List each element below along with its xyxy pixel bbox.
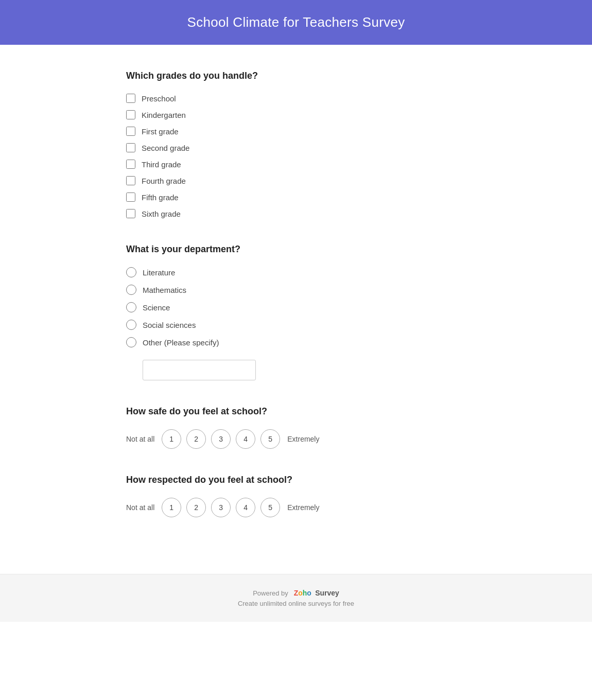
- list-item[interactable]: Fourth grade: [126, 176, 466, 185]
- safety-rating-row: Not at all 1 2 3 4 5 Extremely: [126, 429, 466, 449]
- safety-rating-3[interactable]: 3: [211, 429, 231, 449]
- checkbox-label-sixth-grade: Sixth grade: [142, 209, 181, 218]
- question-respected: How respected do you feel at school? Not…: [126, 475, 466, 517]
- other-specify-input[interactable]: [143, 360, 256, 380]
- list-item[interactable]: Sixth grade: [126, 209, 466, 218]
- checkbox-preschool[interactable]: [126, 94, 135, 103]
- zoho-letter-z: Z: [294, 589, 299, 597]
- respected-rating-4[interactable]: 4: [236, 498, 255, 517]
- checkbox-label-first-grade: First grade: [142, 127, 179, 136]
- respected-rating-5[interactable]: 5: [260, 498, 280, 517]
- checkbox-label-fifth-grade: Fifth grade: [142, 193, 179, 202]
- list-item[interactable]: Fifth grade: [126, 192, 466, 202]
- list-item[interactable]: Science: [126, 302, 466, 312]
- list-item[interactable]: Kindergarten: [126, 110, 466, 119]
- radio-label-other: Other (Please specify): [143, 338, 219, 347]
- checkbox-first-grade[interactable]: [126, 127, 135, 136]
- checkbox-second-grade[interactable]: [126, 143, 135, 152]
- checkbox-sixth-grade[interactable]: [126, 209, 135, 218]
- powered-by-text: Powered by: [253, 589, 288, 597]
- radio-social-sciences[interactable]: [126, 320, 136, 330]
- zoho-letter-h: h: [303, 589, 307, 597]
- respected-rating-3[interactable]: 3: [211, 498, 231, 517]
- safety-not-at-all-label: Not at all: [126, 435, 154, 443]
- question-department-label: What is your department?: [126, 244, 466, 255]
- question-grades: Which grades do you handle? Preschool Ki…: [126, 71, 466, 218]
- page-title: School Climate for Teachers Survey: [10, 14, 582, 30]
- respected-extremely-label: Extremely: [287, 503, 319, 512]
- checkbox-third-grade[interactable]: [126, 160, 135, 169]
- respected-rating-2[interactable]: 2: [186, 498, 206, 517]
- list-item[interactable]: Mathematics: [126, 285, 466, 295]
- radio-literature[interactable]: [126, 267, 136, 277]
- list-item[interactable]: Second grade: [126, 143, 466, 152]
- list-item[interactable]: Third grade: [126, 160, 466, 169]
- footer-tagline: Create unlimited online surveys for free: [10, 600, 582, 607]
- checkbox-label-fourth-grade: Fourth grade: [142, 177, 186, 185]
- question-safety-label: How safe do you feel at school?: [126, 406, 466, 417]
- list-item[interactable]: Other (Please specify): [126, 337, 466, 347]
- question-grades-label: Which grades do you handle?: [126, 71, 466, 81]
- safety-rating-1[interactable]: 1: [162, 429, 181, 449]
- radio-label-literature: Literature: [143, 268, 175, 277]
- zoho-letter-o2: o: [307, 589, 311, 597]
- department-radio-group: Literature Mathematics Science Social sc…: [126, 267, 466, 380]
- list-item[interactable]: Social sciences: [126, 320, 466, 330]
- question-department: What is your department? Literature Math…: [126, 244, 466, 380]
- safety-extremely-label: Extremely: [287, 435, 319, 443]
- list-item[interactable]: Preschool: [126, 94, 466, 103]
- radio-label-science: Science: [143, 303, 170, 312]
- respected-rating-1[interactable]: 1: [162, 498, 181, 517]
- checkbox-label-kindergarten: Kindergarten: [142, 111, 186, 119]
- checkbox-label-second-grade: Second grade: [142, 144, 189, 152]
- zoho-letter-o1: o: [298, 589, 303, 597]
- safety-rating-5[interactable]: 5: [260, 429, 280, 449]
- checkbox-label-third-grade: Third grade: [142, 160, 181, 169]
- footer-powered-line: Powered by Zoho Survey: [10, 589, 582, 597]
- main-content: Which grades do you handle? Preschool Ki…: [95, 45, 497, 574]
- safety-rating-2[interactable]: 2: [186, 429, 206, 449]
- checkbox-kindergarten[interactable]: [126, 110, 135, 119]
- checkbox-label-preschool: Preschool: [142, 94, 176, 103]
- list-item[interactable]: First grade: [126, 127, 466, 136]
- question-respected-label: How respected do you feel at school?: [126, 475, 466, 485]
- respected-rating-row: Not at all 1 2 3 4 5 Extremely: [126, 498, 466, 517]
- survey-label-text: Survey: [315, 589, 339, 597]
- radio-label-social-sciences: Social sciences: [143, 321, 196, 329]
- checkbox-fifth-grade[interactable]: [126, 192, 135, 202]
- radio-other[interactable]: [126, 337, 136, 347]
- radio-science[interactable]: [126, 302, 136, 312]
- safety-rating-4[interactable]: 4: [236, 429, 255, 449]
- question-safety: How safe do you feel at school? Not at a…: [126, 406, 466, 449]
- page-footer: Powered by Zoho Survey Create unlimited …: [0, 574, 592, 622]
- respected-not-at-all-label: Not at all: [126, 503, 154, 512]
- radio-mathematics[interactable]: [126, 285, 136, 295]
- grades-checkbox-group: Preschool Kindergarten First grade Secon…: [126, 94, 466, 218]
- checkbox-fourth-grade[interactable]: [126, 176, 135, 185]
- list-item[interactable]: Literature: [126, 267, 466, 277]
- page-header: School Climate for Teachers Survey: [0, 0, 592, 45]
- zoho-logo: Zoho: [294, 589, 311, 597]
- radio-label-mathematics: Mathematics: [143, 286, 186, 294]
